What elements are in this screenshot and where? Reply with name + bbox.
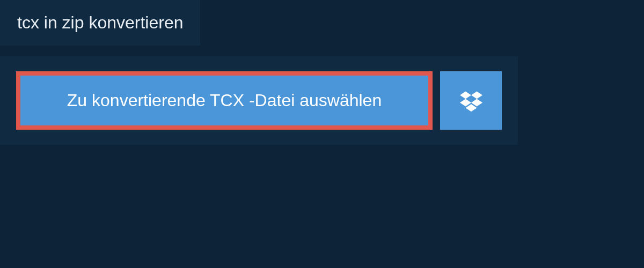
tab-header: tcx in zip konvertieren	[0, 0, 200, 46]
select-file-button[interactable]: Zu konvertierende TCX -Datei auswählen	[16, 71, 433, 130]
page-title: tcx in zip konvertieren	[17, 13, 183, 33]
dropbox-icon	[460, 90, 482, 112]
select-file-label: Zu konvertierende TCX -Datei auswählen	[67, 91, 382, 110]
content-panel: Zu konvertierende TCX -Datei auswählen	[0, 56, 518, 145]
button-row: Zu konvertierende TCX -Datei auswählen	[16, 71, 502, 130]
dropbox-button[interactable]	[440, 71, 502, 130]
